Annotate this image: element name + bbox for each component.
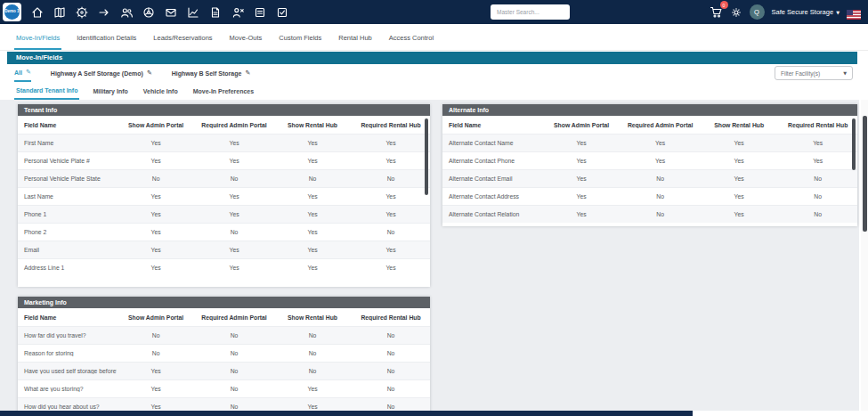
field-value: Yes <box>700 175 779 182</box>
tasks-icon[interactable] <box>273 4 291 21</box>
table-header-row: Field NameShow Admin PortalRequired Admi… <box>18 116 430 134</box>
tenant-info-table: Field NameShow Admin PortalRequired Admi… <box>18 116 430 276</box>
table-row: Alternate Contact EmailYesNoYesNo <box>442 169 857 187</box>
master-search-input[interactable] <box>491 4 570 20</box>
field-value: Yes <box>778 140 857 146</box>
edit-icon[interactable]: ✎ <box>245 69 250 77</box>
facility-tab-label: Highway A Self Storage (Demo) <box>51 70 143 77</box>
field-value: Yes <box>700 140 779 146</box>
column-header: Show Admin Portal <box>117 122 195 128</box>
table-row: Phone 1YesYesYesYes <box>18 205 430 223</box>
subtab-standard-tenant-info[interactable]: Standard Tenant Info <box>14 82 79 100</box>
field-value: Yes <box>273 158 352 164</box>
field-value: Yes <box>195 193 273 200</box>
forms-icon[interactable] <box>251 4 269 21</box>
field-value: No <box>778 193 857 200</box>
field-name: What are you storing? <box>18 386 117 392</box>
facility-tab-highway-b[interactable]: Highway B Self Storage ✎ <box>172 64 250 82</box>
tab-access-control[interactable]: Access Control <box>387 34 435 50</box>
gate-wheel-icon[interactable] <box>140 4 158 21</box>
home-icon[interactable] <box>28 4 46 21</box>
move-out-arrow-icon[interactable] <box>95 4 113 21</box>
account-menu[interactable]: Safe Secure Storage ▼ <box>772 8 840 16</box>
field-name: First Name <box>18 140 117 146</box>
field-value: Yes <box>195 265 273 271</box>
edit-icon[interactable]: ✎ <box>147 69 152 77</box>
subtab-military-info[interactable]: Military Info <box>91 82 129 100</box>
field-value: Yes <box>117 140 195 146</box>
page-vertical-scrollbar-track <box>861 100 868 416</box>
field-value: No <box>621 211 700 217</box>
field-name: Alternate Contact Address <box>442 193 542 200</box>
filter-facility-dropdown[interactable]: Filter Facility(s) ▼ <box>775 66 853 80</box>
column-header: Show Rental Hub <box>273 314 352 321</box>
navbar-icon-group <box>28 4 291 21</box>
field-value: Yes <box>542 158 621 164</box>
field-value: Yes <box>273 211 352 217</box>
tab-rental-hub[interactable]: Rental Hub <box>337 34 374 50</box>
page-horizontal-scrollbar[interactable] <box>0 411 693 416</box>
field-value: Yes <box>195 247 273 253</box>
column-header: Required Rental Hub <box>352 314 430 321</box>
table-row: Personal Vehicle Plate #YesYesYesYes <box>18 151 430 169</box>
field-value: Yes <box>352 193 430 200</box>
cart-icon[interactable]: 0 <box>710 5 723 19</box>
avatar[interactable]: Q <box>750 4 765 20</box>
facility-tab-label: Highway B Self Storage <box>172 70 242 77</box>
panel-title: Alternate Info <box>442 104 857 116</box>
field-value: Yes <box>778 158 857 164</box>
tab-identification-details[interactable]: Identification Details <box>75 34 138 50</box>
subtab-vehicle-info[interactable]: Vehicle Info <box>142 82 180 100</box>
field-value: No <box>117 332 195 339</box>
table-row: Alternate Contact PhoneYesYesYesYes <box>442 151 857 169</box>
field-value: No <box>273 368 352 374</box>
table-row: First NameYesYesYesYes <box>18 134 430 151</box>
panel-title: Marketing Info <box>18 297 430 308</box>
subtab-move-in-preferences[interactable]: Move-In Preferences <box>191 82 256 100</box>
tab-custom-fields[interactable]: Custom Fields <box>277 34 323 50</box>
panel-scrollbar[interactable] <box>852 118 856 170</box>
field-value: Yes <box>542 140 621 146</box>
field-value: No <box>117 350 195 356</box>
field-value: Yes <box>117 211 195 217</box>
map-icon[interactable] <box>51 4 69 21</box>
column-header: Show Rental Hub <box>700 122 779 128</box>
edit-icon[interactable]: ✎ <box>26 69 31 76</box>
field-value: Yes <box>117 247 195 253</box>
documents-icon[interactable] <box>207 4 224 21</box>
mail-icon[interactable] <box>162 4 180 21</box>
facility-tab-highway-a[interactable]: Highway A Self Storage (Demo) ✎ <box>51 64 152 82</box>
chevron-down-icon: ▼ <box>836 10 840 15</box>
helm-icon[interactable] <box>73 4 91 21</box>
field-value: Yes <box>700 211 779 217</box>
tab-move-in-fields[interactable]: Move-In/Fields <box>14 34 61 50</box>
column-header: Show Admin Portal <box>117 314 195 321</box>
tenants-icon[interactable] <box>118 4 135 21</box>
column-header: Required Rental Hub <box>352 122 430 128</box>
us-flag-icon[interactable] <box>847 7 861 17</box>
field-name: How far did you travel? <box>18 332 117 339</box>
sub-tab-bar: Standard Tenant Info Military Info Vehic… <box>0 82 859 100</box>
table-row: Alternate Contact NameYesYesYesYes <box>442 134 857 151</box>
column-header: Show Admin Portal <box>542 122 621 128</box>
field-value: No <box>195 386 273 392</box>
field-name: Phone 1 <box>18 211 117 217</box>
panel-scrollbar[interactable] <box>425 118 428 195</box>
gear-icon[interactable] <box>730 6 742 19</box>
field-value: Yes <box>352 247 430 253</box>
facility-tab-all[interactable]: All ✎ <box>14 64 31 82</box>
top-navbar: Demo 1 <box>0 0 868 24</box>
page-vertical-scrollbar[interactable] <box>863 116 867 232</box>
cart-badge: 0 <box>720 1 728 9</box>
field-value: Yes <box>352 265 430 271</box>
field-value: No <box>273 175 352 182</box>
tab-move-outs[interactable]: Move-Outs <box>228 34 264 50</box>
reports-chart-icon[interactable] <box>184 4 202 21</box>
field-value: No <box>195 404 273 410</box>
panel-title: Tenant Info <box>18 104 430 116</box>
field-value: Yes <box>273 404 352 410</box>
tab-leads-reservations[interactable]: Leads/Reservations <box>151 34 214 50</box>
person-remove-icon[interactable] <box>229 4 247 21</box>
app-logo[interactable]: Demo 1 <box>3 3 21 21</box>
field-value: No <box>195 229 273 235</box>
